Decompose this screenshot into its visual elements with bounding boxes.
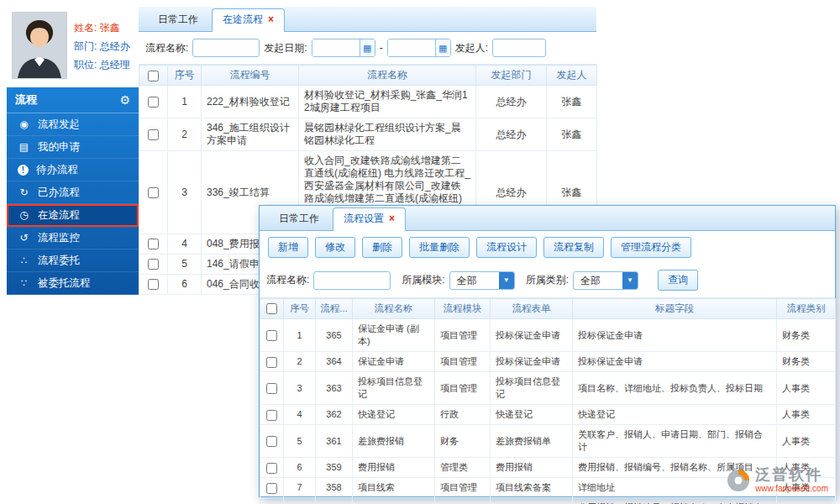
gear-icon[interactable]: ⚙ <box>119 93 130 107</box>
tab-process-settings[interactable]: 流程设置× <box>333 207 406 231</box>
manage-category-button[interactable]: 管理流程分类 <box>611 237 691 258</box>
col-id[interactable]: 流程... <box>316 299 353 319</box>
row-checkbox[interactable] <box>266 436 277 447</box>
win2-tabbar: 日常工作 流程设置× <box>260 206 835 231</box>
row-checkbox[interactable] <box>266 357 277 368</box>
module-select[interactable]: 全部 ▼ <box>449 271 515 290</box>
table-header-row: 序号 流程编号 流程名称 发起部门 发起人 <box>139 66 597 86</box>
close-tab-icon[interactable]: × <box>268 13 274 25</box>
row-checkbox[interactable] <box>148 239 159 249</box>
col-code[interactable]: 流程编号 <box>202 66 299 86</box>
col-name[interactable]: 流程名称 <box>299 66 476 86</box>
table-row[interactable]: 2 346_施工组织设计方案申请 晨铭园林绿化工程组织设计方案_晨铭园林绿化工程… <box>139 118 597 151</box>
cell-module: 项目管理 <box>435 352 491 372</box>
cell-initiator: 张鑫 <box>547 86 597 118</box>
edit-button[interactable]: 修改 <box>315 237 355 258</box>
cell-form: 投标保证金申请 <box>491 319 573 352</box>
start-date-label: 发起日期: <box>264 41 307 55</box>
table-row[interactable]: 8 357 测试费用报销 财务 费用报销 费用报销、报销编号、报销名称、本次报销… <box>260 498 836 504</box>
process-name-input-2[interactable] <box>313 271 391 290</box>
cell-form: 差旅费报销单 <box>491 425 573 458</box>
close-tab-icon[interactable]: × <box>389 213 395 224</box>
table-row[interactable]: 1 222_材料验收登记 材料验收登记_材料采购_张鑫_华润12城房建工程项目 … <box>139 86 597 118</box>
col-name[interactable]: 流程名称 <box>353 299 435 319</box>
select-all-checkbox[interactable] <box>148 71 159 81</box>
table-row[interactable]: 2 364 保证金申请 项目管理 投标保证金申请 投标保证金申请 财务类 <box>260 352 836 372</box>
clock-icon: ◷ <box>18 209 30 221</box>
col-no[interactable]: 序号 <box>168 66 202 86</box>
row-checkbox[interactable] <box>266 330 277 341</box>
cell-form: 费用报销 <box>491 458 573 478</box>
module-label: 所属模块: <box>402 273 444 287</box>
chevron-down-icon[interactable]: ▼ <box>499 272 514 289</box>
cell-code: 222_材料验收登记 <box>202 86 299 118</box>
calendar-from-icon[interactable]: ▦ <box>360 39 375 56</box>
table-row[interactable]: 3 363 投标项目信息登记 项目管理 投标项目信息登记 项目名称、详细地址、投… <box>260 372 836 405</box>
col-title-field[interactable]: 标题字段 <box>573 299 777 319</box>
category-select[interactable]: 全部 ▼ <box>573 271 638 290</box>
cell-title-field: 投标保证金申请 <box>573 319 777 352</box>
cell-no: 4 <box>284 405 316 425</box>
tab-daily-work-1[interactable]: 日常工作 <box>147 8 209 31</box>
process-design-button[interactable]: 流程设计 <box>476 237 537 258</box>
cell-no: 5 <box>168 255 202 275</box>
search-button[interactable]: 查询 <box>658 270 698 291</box>
calendar-to-icon[interactable]: ▦ <box>435 39 450 56</box>
cell-form: 投标项目信息登记 <box>491 372 573 405</box>
row-checkbox[interactable] <box>148 279 159 290</box>
sidebar-item-completed-processes[interactable]: ↻ 已办流程 <box>7 181 139 204</box>
cell-title-field: 快递登记 <box>573 405 777 425</box>
select-all-checkbox-2[interactable] <box>266 303 277 314</box>
process-name-input[interactable] <box>192 39 260 57</box>
cell-category: 人事类 <box>777 405 836 425</box>
row-checkbox[interactable] <box>266 463 277 474</box>
row-checkbox[interactable] <box>148 129 159 140</box>
process-copy-button[interactable]: 流程复制 <box>543 237 604 258</box>
sidebar-item-process-initiate[interactable]: ◉ 流程发起 <box>7 113 139 136</box>
col-no[interactable]: 序号 <box>284 299 316 319</box>
document-icon: ▤ <box>18 141 30 153</box>
table-row[interactable]: 5 361 差旅费报销 财务 差旅费报销单 关联客户、报销人、申请日期、部门、报… <box>260 425 836 458</box>
col-module[interactable]: 流程模块 <box>435 299 491 319</box>
start-date-to-input[interactable] <box>388 39 435 56</box>
cell-no: 1 <box>168 86 202 118</box>
row-checkbox[interactable] <box>148 97 159 108</box>
col-initiator[interactable]: 发起人 <box>547 66 597 86</box>
sidebar-item-pending-processes[interactable]: ! 待办流程 <box>7 159 139 181</box>
row-checkbox[interactable] <box>148 259 159 270</box>
sidebar-item-delegated-processes[interactable]: ∵ 被委托流程 <box>7 272 139 295</box>
col-dept[interactable]: 发起部门 <box>476 66 547 86</box>
chevron-down-icon[interactable]: ▼ <box>622 272 638 289</box>
sidebar-item-process-monitoring[interactable]: ↺ 流程监控 <box>7 227 139 249</box>
tab-in-transit[interactable]: 在途流程× <box>212 8 285 32</box>
cell-name: 项目线索 <box>353 478 435 498</box>
row-checkbox[interactable] <box>148 187 159 198</box>
col-form[interactable]: 流程表单 <box>491 299 573 319</box>
sidebar-item-process-delegation[interactable]: ∴ 流程委托 <box>7 249 139 272</box>
sidebar-item-label: 被委托流程 <box>38 276 91 291</box>
table-row[interactable]: 4 362 快递登记 行政 快递登记 快递登记 人事类 <box>260 405 836 425</box>
win1-filterbar: 流程名称: 发起日期: ▦ - ▦ 发起人: <box>139 32 596 65</box>
batch-delete-button[interactable]: 批量删除 <box>409 237 470 258</box>
add-button[interactable]: 新增 <box>268 237 308 258</box>
tab-daily-work-2[interactable]: 日常工作 <box>268 207 330 230</box>
row-checkbox[interactable] <box>266 383 277 394</box>
broadcast-icon: ◉ <box>18 118 30 130</box>
sidebar-item-my-applications[interactable]: ▤ 我的申请 <box>7 136 139 159</box>
table-row[interactable]: 1 365 保证金申请 (副本) 项目管理 投标保证金申请 投标保证金申请 财务… <box>260 319 836 352</box>
delete-button[interactable]: 删除 <box>362 237 402 258</box>
row-checkbox[interactable] <box>266 483 277 494</box>
cell-module: 财务 <box>435 425 491 458</box>
initiator-input[interactable] <box>492 39 546 57</box>
category-label: 所属类别: <box>526 273 569 287</box>
cell-id: 358 <box>316 478 353 498</box>
sidebar-item-label: 已办流程 <box>38 186 80 200</box>
initiator-label: 发起人: <box>455 41 488 55</box>
row-checkbox[interactable] <box>266 410 277 421</box>
table-header-row: 序号 流程... 流程名称 流程模块 流程表单 标题字段 流程类别 <box>260 299 836 319</box>
network-icon: ∵ <box>18 277 30 289</box>
sidebar-item-in-transit-processes[interactable]: ◷ 在途流程 <box>7 204 139 227</box>
start-date-from-input[interactable] <box>312 39 360 56</box>
col-category[interactable]: 流程类别 <box>777 299 836 319</box>
cell-name: 晨铭园林绿化工程组织设计方案_晨铭园林绿化工程 <box>299 118 476 151</box>
